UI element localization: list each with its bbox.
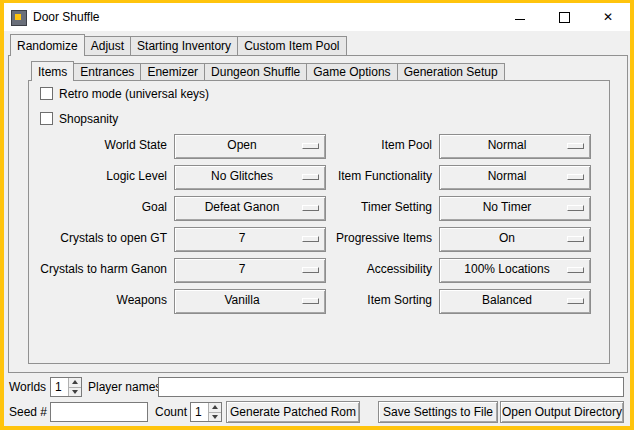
open-output-directory-button[interactable]: Open Output Directory: [500, 401, 624, 423]
dropdown-indicator-icon: [302, 298, 319, 304]
retro-mode-label: Retro mode (universal keys): [59, 87, 209, 101]
save-settings-button[interactable]: Save Settings to File: [378, 401, 498, 423]
worlds-row: Worlds 1 Player names: [4, 377, 630, 397]
seed-input[interactable]: [50, 402, 148, 422]
item-functionality-label: Item Functionality: [325, 165, 432, 188]
stepper-arrows: [68, 378, 81, 396]
item-functionality-dropdown[interactable]: Normal: [439, 165, 591, 190]
seed-row: Seed # Count 1 Generate Patched Rom Save…: [4, 401, 630, 423]
dropdown-indicator-icon: [567, 143, 584, 149]
client-area: Randomize Adjust Starting Inventory Cust…: [4, 31, 630, 426]
dropdown-indicator-icon: [567, 298, 584, 304]
player-names-label: Player names: [88, 377, 161, 397]
count-value: 1: [191, 403, 208, 421]
crystals-open-gt-dropdown[interactable]: 7: [174, 227, 326, 252]
progressive-items-dropdown[interactable]: On: [439, 227, 591, 252]
retro-mode-checkbox[interactable]: [40, 87, 53, 100]
crystals-harm-ganon-label: Crystals to harm Ganon: [29, 258, 167, 281]
tab-adjust[interactable]: Adjust: [84, 36, 131, 55]
item-sorting-dropdown[interactable]: Balanced: [439, 289, 591, 314]
weapons-dropdown[interactable]: Vanilla: [174, 289, 326, 314]
close-button[interactable]: ✕: [586, 3, 630, 31]
app-icon[interactable]: [11, 10, 27, 26]
tab-game-options[interactable]: Game Options: [306, 63, 397, 80]
maximize-icon: [559, 12, 570, 23]
window-title: Door Shuffle: [33, 3, 100, 31]
dropdown-indicator-icon: [302, 236, 319, 242]
tab-randomize[interactable]: Randomize: [10, 34, 85, 56]
goal-label: Goal: [29, 196, 167, 219]
retro-mode-row: Retro mode (universal keys): [40, 87, 209, 100]
weapons-label: Weapons: [29, 289, 167, 312]
generate-patched-rom-button[interactable]: Generate Patched Rom: [226, 401, 360, 423]
goal-dropdown[interactable]: Defeat Ganon: [174, 196, 326, 221]
count-stepper[interactable]: 1: [190, 402, 222, 422]
tab-custom-item-pool[interactable]: Custom Item Pool: [237, 36, 346, 55]
count-label: Count: [155, 401, 187, 423]
minimize-button[interactable]: [498, 3, 542, 31]
shopsanity-row: Shopsanity: [40, 112, 118, 125]
dropdown-indicator-icon: [567, 174, 584, 180]
timer-setting-label: Timer Setting: [325, 196, 432, 219]
stepper-arrows: [208, 403, 221, 421]
primary-tab-bar: Randomize Adjust Starting Inventory Cust…: [10, 35, 347, 55]
tab-generation-setup[interactable]: Generation Setup: [397, 63, 505, 80]
tab-starting-inventory[interactable]: Starting Inventory: [130, 36, 238, 55]
close-icon: ✕: [603, 11, 613, 23]
logic-level-dropdown[interactable]: No Glitches: [174, 165, 326, 190]
item-pool-label: Item Pool: [325, 134, 432, 157]
tab-entrances[interactable]: Entrances: [73, 63, 141, 80]
titlebar: Door Shuffle ✕: [4, 3, 630, 31]
timer-setting-dropdown[interactable]: No Timer: [439, 196, 591, 221]
item-sorting-label: Item Sorting: [325, 289, 432, 312]
caption-buttons: ✕: [498, 3, 630, 31]
accessibility-dropdown[interactable]: 100% Locations: [439, 258, 591, 283]
world-state-dropdown[interactable]: Open: [174, 134, 326, 159]
item-pool-dropdown[interactable]: Normal: [439, 134, 591, 159]
dropdown-indicator-icon: [567, 205, 584, 211]
door-shuffle-window: Door Shuffle ✕ Randomize Adjust Starting…: [0, 0, 634, 430]
seed-label: Seed #: [9, 401, 47, 423]
dropdown-indicator-icon: [302, 205, 319, 211]
increment-icon[interactable]: [68, 378, 81, 388]
tab-dungeon-shuffle[interactable]: Dungeon Shuffle: [204, 63, 307, 80]
dropdown-indicator-icon: [302, 267, 319, 273]
randomize-tab-pane: Items Entrances Enemizer Dungeon Shuffle…: [8, 55, 628, 373]
world-state-label: World State: [29, 134, 167, 157]
dropdown-indicator-icon: [567, 236, 584, 242]
shopsanity-label: Shopsanity: [59, 112, 118, 126]
accessibility-label: Accessibility: [325, 258, 432, 281]
player-names-input[interactable]: [158, 377, 624, 397]
logic-level-label: Logic Level: [29, 165, 167, 188]
worlds-value: 1: [51, 378, 68, 396]
tab-items[interactable]: Items: [31, 61, 74, 81]
secondary-tab-bar: Items Entrances Enemizer Dungeon Shuffle…: [31, 62, 505, 80]
decrement-icon[interactable]: [68, 388, 81, 397]
tab-enemizer[interactable]: Enemizer: [140, 63, 205, 80]
decrement-icon[interactable]: [208, 413, 221, 422]
worlds-stepper[interactable]: 1: [50, 377, 82, 397]
increment-icon[interactable]: [208, 403, 221, 413]
minimize-icon: [515, 19, 525, 20]
maximize-button[interactable]: [542, 3, 586, 31]
items-tab-pane: Retro mode (universal keys) Shopsanity W…: [28, 80, 610, 364]
dropdown-indicator-icon: [567, 267, 584, 273]
crystals-harm-ganon-dropdown[interactable]: 7: [174, 258, 326, 283]
dropdown-indicator-icon: [302, 143, 319, 149]
crystals-open-gt-label: Crystals to open GT: [29, 227, 167, 250]
progressive-items-label: Progressive Items: [325, 227, 432, 250]
shopsanity-checkbox[interactable]: [40, 112, 53, 125]
dropdown-indicator-icon: [302, 174, 319, 180]
worlds-label: Worlds: [9, 377, 46, 397]
